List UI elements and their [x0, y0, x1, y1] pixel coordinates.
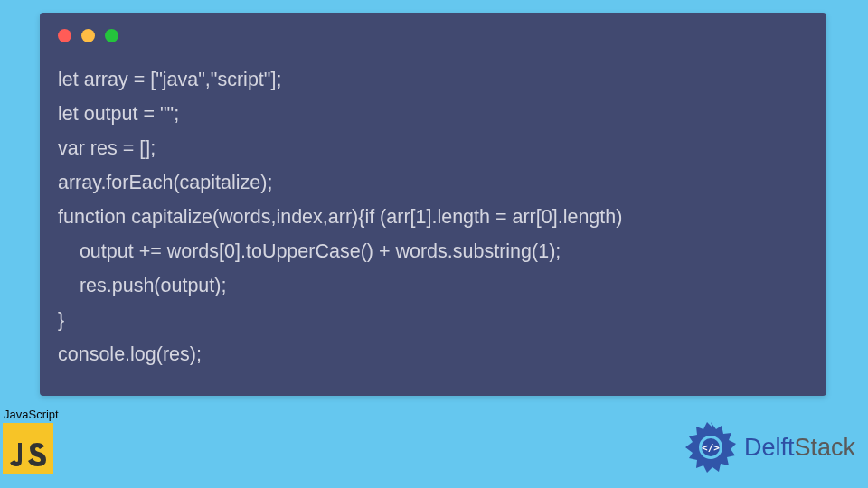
maximize-icon: [105, 29, 118, 42]
svg-text:</>: </>: [702, 442, 720, 454]
code-line: console.log(res);: [58, 343, 202, 365]
code-window: let array = ["java","script"]; let outpu…: [40, 13, 826, 396]
code-line: var res = [];: [58, 137, 156, 159]
code-line: res.push(output);: [58, 275, 226, 296]
javascript-logo-icon: [3, 423, 53, 474]
code-line: let output = "";: [58, 103, 179, 125]
close-icon: [58, 29, 71, 42]
code-line: output += words[0].toUpperCase() + words…: [58, 240, 561, 262]
code-line: function capitalize(words,index,arr){if …: [58, 206, 622, 228]
brand-second: Stack: [794, 434, 855, 461]
footer: JavaScript </>: [0, 407, 868, 488]
brand-name: DelftStack: [744, 434, 855, 462]
brand-first: Delft: [744, 434, 795, 461]
javascript-badge: JavaScript: [3, 408, 62, 474]
window-controls: [58, 29, 808, 42]
code-line: array.forEach(capitalize);: [58, 172, 272, 193]
brand-logo-icon: </>: [683, 419, 739, 475]
brand: </> DelftStack: [683, 419, 855, 475]
minimize-icon: [81, 29, 95, 42]
code-line: }: [58, 309, 64, 331]
javascript-label: JavaScript: [3, 408, 62, 421]
code-line: let array = ["java","script"];: [58, 69, 281, 90]
code-block: let array = ["java","script"]; let outpu…: [58, 62, 808, 371]
